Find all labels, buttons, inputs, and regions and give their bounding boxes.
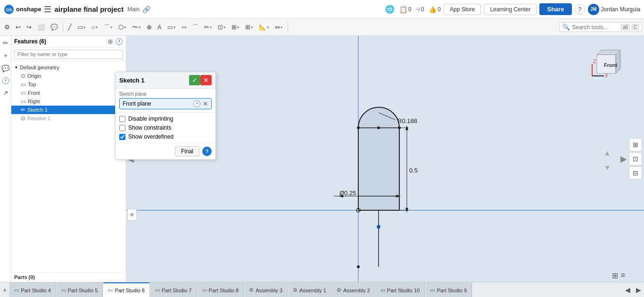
globe-icon[interactable]: 🌐 bbox=[385, 5, 395, 14]
option-show-constraints[interactable]: Show constraints bbox=[119, 124, 212, 131]
toolbar-btn-grid[interactable]: ⊞ ▾ bbox=[243, 22, 256, 32]
rm-btn-2[interactable]: ⊡ bbox=[629, 152, 642, 165]
toolbar-btn-dim[interactable]: ⇿ bbox=[179, 22, 189, 32]
view-cube-svg: Front Z X bbox=[587, 45, 625, 83]
toolbar-btn-circle[interactable]: ○ ▾ bbox=[89, 22, 100, 32]
lv-btn-comment[interactable]: 💬 bbox=[0, 63, 11, 74]
sidebar-add-icon[interactable]: ⊕ bbox=[107, 38, 113, 45]
tab-a2[interactable]: ⚙Assembly 2 bbox=[332, 282, 375, 297]
tab-ps8[interactable]: ▭Part Studio 8 bbox=[198, 282, 244, 297]
final-button[interactable]: Final bbox=[175, 146, 199, 157]
toolbar-btn-mirror[interactable]: ⊡ ▾ bbox=[215, 22, 228, 32]
toolbar-btn-spline[interactable]: 〜 ▾ bbox=[130, 22, 143, 33]
svg-text:R0.188: R0.188 bbox=[397, 117, 417, 124]
option-show-overdefined[interactable]: Show overdefined bbox=[119, 133, 212, 140]
tab-scroll-left[interactable]: ◀ bbox=[622, 284, 633, 296]
default-geometry-label[interactable]: ▼ Default geometry bbox=[11, 63, 126, 72]
toolbar-btn-project[interactable]: ▭ ▾ bbox=[165, 22, 178, 32]
branch-count-group[interactable]: ⑂0 bbox=[416, 6, 424, 13]
tree-item-sketch1[interactable]: ✏ Sketch 1 bbox=[11, 106, 126, 114]
tab-ps4[interactable]: ▭Part Studio 4 bbox=[9, 282, 56, 297]
app-store-button[interactable]: App Store bbox=[444, 4, 481, 15]
canvas-icon-ruler[interactable]: ≡ bbox=[621, 271, 625, 280]
tree-item-right-label: Right bbox=[28, 99, 40, 104]
toolbar-btn-trim[interactable]: ✂ ▾ bbox=[202, 22, 215, 32]
right-mini-toolbar: ⊞ ⊡ ⊟ bbox=[629, 138, 642, 180]
tab-ps9[interactable]: ▭Part Studio 9 bbox=[425, 282, 472, 297]
shortcut2: C bbox=[632, 24, 639, 30]
tab-icon-ps7: ▭ bbox=[155, 287, 160, 293]
tree-item-right[interactable]: ▭ Right bbox=[11, 97, 126, 106]
lv-btn-sketch[interactable]: ✏ bbox=[1, 38, 10, 48]
toolbar-btn-con1[interactable]: ⌒ bbox=[190, 22, 201, 33]
tab-a1[interactable]: ⚙Assembly 1 bbox=[288, 282, 331, 297]
lv-btn-share[interactable]: ↗ bbox=[1, 88, 10, 98]
shortcut1: alt bbox=[621, 24, 630, 30]
toolbar-btn-settings[interactable]: ⚙ bbox=[2, 22, 12, 32]
sketch-cancel-button[interactable]: ✕ bbox=[200, 75, 212, 85]
tab-scroll-right[interactable]: ▶ bbox=[633, 284, 644, 296]
toolbar-btn-pattern[interactable]: ⊞ ▾ bbox=[229, 22, 242, 32]
sketch-confirm-button[interactable]: ✓ bbox=[189, 75, 200, 85]
toolbar-btn-arc[interactable]: ⌒ ▾ bbox=[101, 22, 115, 33]
sidebar-clock-icon[interactable]: 🕐 bbox=[115, 38, 123, 45]
hamburger-icon[interactable]: ☰ bbox=[44, 4, 51, 15]
learning-center-button[interactable]: Learning Center bbox=[484, 4, 537, 15]
help-button[interactable]: ? bbox=[202, 147, 212, 156]
share-button[interactable]: Share bbox=[539, 3, 571, 15]
disable-imprinting-checkbox[interactable] bbox=[119, 116, 125, 122]
tree-item-top[interactable]: ▭ Top bbox=[11, 80, 126, 89]
tree-item-front[interactable]: ▭ Front bbox=[11, 89, 126, 97]
show-overdefined-checkbox[interactable] bbox=[119, 134, 125, 140]
sketch-panel-footer: Final ? bbox=[116, 143, 215, 159]
sketch-plane-row[interactable]: Front plane 🕐 ✕ bbox=[119, 98, 212, 109]
user-info[interactable]: JM Jordan Murguia bbox=[588, 4, 640, 15]
toolbar-btn-comment[interactable]: 💬 bbox=[48, 22, 60, 32]
copy-count-group[interactable]: 📋0 bbox=[399, 6, 412, 13]
toolbar-btn-measure[interactable]: 📐 ▾ bbox=[256, 22, 272, 32]
tree-item-origin[interactable]: ⊙ Origin bbox=[11, 72, 126, 80]
option-disable-imprinting[interactable]: Disable imprinting bbox=[119, 116, 212, 122]
add-tab-button[interactable]: + bbox=[2, 285, 8, 295]
show-constraints-checkbox[interactable] bbox=[119, 125, 125, 131]
search-tools-input[interactable]: 🔍 alt C bbox=[559, 22, 642, 32]
rm-btn-1[interactable]: ⊞ bbox=[629, 138, 642, 151]
view-cube[interactable]: Front Z X bbox=[587, 45, 625, 83]
toolbar-btn-text[interactable]: A bbox=[155, 22, 164, 32]
tree-item-revolve1[interactable]: ⊙ Revolve 1 bbox=[11, 114, 126, 123]
lv-btn-add[interactable]: ＋ bbox=[1, 50, 10, 61]
tree-item-top-label: Top bbox=[28, 82, 36, 87]
canvas-nav-up[interactable]: ▲ bbox=[603, 149, 611, 157]
toolbar-btn-polygon[interactable]: ⬡ ▾ bbox=[116, 22, 129, 32]
rm-btn-3[interactable]: ⊟ bbox=[629, 166, 642, 180]
tab-ps10[interactable]: ▭Part Studio 10 bbox=[376, 282, 425, 297]
tab-ps5[interactable]: ▭Part Studio 5 bbox=[57, 282, 103, 297]
filter-input[interactable] bbox=[14, 50, 123, 59]
toolbar-btn-line[interactable]: ╱ bbox=[66, 22, 74, 32]
help-icon[interactable]: ? bbox=[575, 4, 585, 15]
tab-ps6[interactable]: ▭Part Studio 6 bbox=[103, 282, 150, 297]
sidebar-scroll: ▼ Default geometry ⊙ Origin ▭ Top ▭ Fron… bbox=[11, 61, 126, 268]
search-icon: 🔍 bbox=[562, 24, 570, 31]
notification-group: 🌐 📋0 ⑂0 👍0 bbox=[385, 5, 441, 14]
sketch-panel-title: Sketch 1 bbox=[119, 77, 189, 84]
sketch-collapse-btn[interactable]: ≡ bbox=[127, 209, 137, 221]
toolbar-btn-undo[interactable]: ↩ bbox=[13, 22, 23, 32]
lv-btn-history[interactable]: 🕐 bbox=[0, 75, 11, 86]
canvas-icon-grid[interactable]: ⊞ bbox=[612, 271, 618, 280]
tab-ps7[interactable]: ▭Part Studio 7 bbox=[150, 282, 197, 297]
canvas-nav-down[interactable]: ▼ bbox=[603, 164, 611, 172]
search-input[interactable] bbox=[572, 24, 619, 31]
canvas-nav-right[interactable]: ▶ bbox=[620, 154, 627, 164]
toolbar-btn-redo[interactable]: ↪ bbox=[24, 22, 34, 32]
tab-a3[interactable]: ⚙Assembly 3 bbox=[244, 282, 288, 297]
clock-icon[interactable]: 🕐 bbox=[193, 100, 201, 107]
like-count-group[interactable]: 👍0 bbox=[429, 6, 441, 13]
toolbar-btn-copy[interactable]: ⬜ bbox=[35, 22, 47, 32]
close-icon[interactable]: ✕ bbox=[203, 100, 208, 107]
toolbar-btn-con2[interactable]: ⇔ ▾ bbox=[272, 22, 285, 32]
tab-icon-ps9: ▭ bbox=[430, 287, 435, 293]
toolbar-btn-point[interactable]: ⊕ bbox=[144, 22, 154, 32]
toolbar-btn-rect[interactable]: ▭ ▾ bbox=[75, 22, 88, 32]
link-icon[interactable]: 🔗 bbox=[142, 6, 150, 13]
